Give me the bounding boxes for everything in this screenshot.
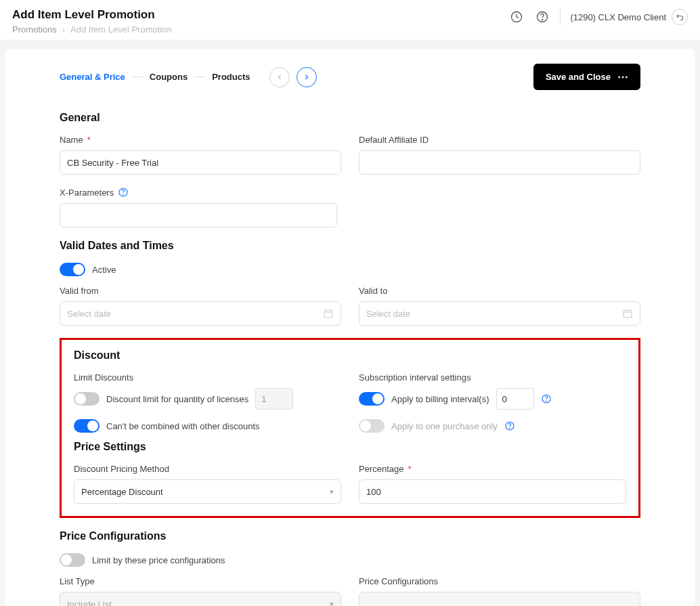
- limit-price-config-label: Limit by these price configurations: [92, 555, 225, 565]
- method-label: Discount Pricing Method: [74, 464, 169, 474]
- limit-price-config-toggle[interactable]: [60, 553, 85, 567]
- prev-step-button[interactable]: [269, 67, 290, 87]
- top-header: Add Item Level Promotion Promotions › Ad…: [0, 0, 700, 41]
- apply-interval-value[interactable]: 0: [496, 388, 534, 410]
- chevron-down-icon: ▾: [330, 488, 334, 496]
- required-asterisk: *: [87, 135, 91, 145]
- affiliate-input[interactable]: [359, 150, 640, 175]
- valid-to-label: Valid to: [359, 286, 387, 296]
- apply-once-label: Apply to one purchase only: [391, 421, 498, 431]
- apply-interval-label: Apply to billing interval(s): [391, 394, 489, 404]
- price-config-label: Price Configurations: [359, 576, 438, 586]
- section-general: General: [60, 112, 640, 124]
- valid-from-label: Valid from: [60, 286, 99, 296]
- section-valid: Valid Dates and Times: [60, 240, 640, 252]
- breadcrumb-root[interactable]: Promotions: [12, 24, 57, 35]
- save-and-close-button[interactable]: Save and Close: [533, 64, 640, 90]
- tab-coupons[interactable]: Coupons: [150, 72, 188, 82]
- xparam-help-icon[interactable]: [118, 187, 129, 198]
- price-config-input: [359, 592, 640, 606]
- svg-point-8: [546, 401, 546, 402]
- main-panel: General & Price Coupons Products Save an…: [5, 49, 695, 606]
- required-asterisk: *: [408, 464, 412, 474]
- tab-general-price[interactable]: General & Price: [60, 72, 125, 82]
- xparam-input[interactable]: [60, 203, 337, 228]
- pricing-method-select[interactable]: Percentage Discount ▾: [74, 479, 341, 504]
- back-icon[interactable]: [672, 9, 688, 25]
- subscription-settings-label: Subscription interval settings: [359, 372, 471, 383]
- client-label: (1290) CLX Demo Client: [570, 12, 666, 22]
- cannot-combine-label: Can't be combined with other discounts: [106, 421, 260, 431]
- discount-limit-label: Discount limit for quantity of licenses: [106, 394, 248, 404]
- affiliate-label: Default Affiliate ID: [359, 135, 429, 145]
- svg-point-2: [542, 20, 543, 20]
- calendar-icon: [622, 308, 633, 319]
- calendar-icon: [323, 308, 334, 319]
- discount-highlight-region: Discount Limit Discounts Discount limit …: [60, 338, 640, 518]
- section-discount: Discount: [74, 349, 626, 362]
- svg-rect-5: [324, 310, 332, 318]
- separator: [560, 8, 561, 26]
- section-price-config: Price Configurations: [60, 530, 640, 542]
- help-icon[interactable]: [534, 9, 550, 25]
- xparam-label: X-Parameters: [60, 188, 114, 198]
- name-label: Name: [60, 135, 83, 145]
- discount-limit-value: 1: [255, 388, 293, 410]
- svg-rect-6: [624, 310, 632, 318]
- chevron-right-icon: ›: [62, 24, 65, 35]
- discount-limit-toggle[interactable]: [74, 392, 100, 406]
- list-type-select: Include List ▾: [60, 592, 341, 606]
- limit-discounts-label: Limit Discounts: [74, 372, 133, 383]
- svg-point-4: [123, 194, 124, 195]
- apply-interval-toggle[interactable]: [359, 392, 385, 406]
- page-title: Add Item Level Promotion: [12, 8, 172, 22]
- interval-help-icon[interactable]: [541, 393, 552, 404]
- apply-once-toggle: [359, 419, 385, 433]
- cannot-combine-toggle[interactable]: [74, 419, 100, 433]
- breadcrumb-current: Add Item Level Promotion: [70, 24, 172, 35]
- step-tabs: General & Price Coupons Products: [60, 67, 317, 87]
- active-label: Active: [92, 265, 116, 275]
- name-input[interactable]: [60, 150, 341, 175]
- valid-from-input[interactable]: Select date: [60, 301, 341, 326]
- list-type-label: List Type: [60, 576, 95, 586]
- client-selector[interactable]: (1290) CLX Demo Client: [570, 9, 688, 25]
- more-icon: [617, 70, 628, 83]
- active-toggle[interactable]: [60, 263, 85, 276]
- valid-to-input[interactable]: Select date: [359, 301, 640, 326]
- percentage-label: Percentage: [359, 464, 404, 474]
- next-step-button[interactable]: [297, 67, 317, 87]
- save-label: Save and Close: [546, 72, 611, 82]
- breadcrumb: Promotions › Add Item Level Promotion: [12, 24, 172, 35]
- svg-point-10: [509, 428, 510, 429]
- percentage-input[interactable]: [359, 479, 626, 504]
- chevron-down-icon: ▾: [330, 600, 334, 607]
- apply-once-help-icon[interactable]: [504, 420, 515, 431]
- history-icon[interactable]: [508, 9, 525, 25]
- tab-products[interactable]: Products: [212, 72, 250, 82]
- section-price-settings: Price Settings: [74, 441, 626, 453]
